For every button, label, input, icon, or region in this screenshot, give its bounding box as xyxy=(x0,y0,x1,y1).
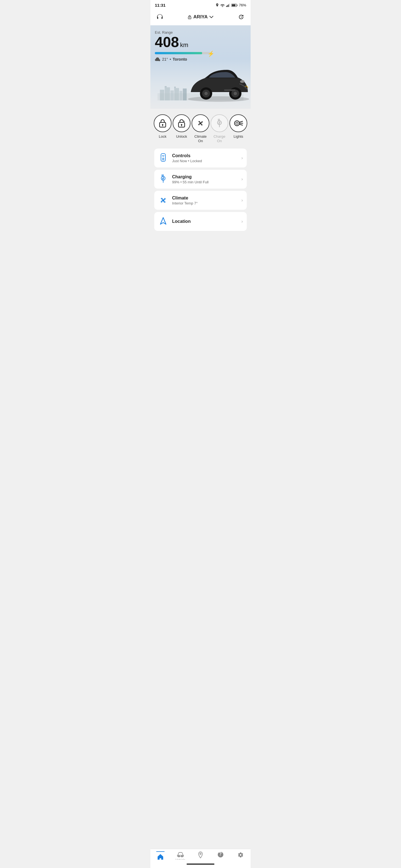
headset-button[interactable] xyxy=(155,12,165,22)
range-bar: ⚡ xyxy=(155,52,210,54)
headset-icon xyxy=(156,13,164,21)
location-status-icon xyxy=(216,3,219,7)
chevron-down-icon xyxy=(209,16,213,18)
svg-rect-2 xyxy=(228,4,229,7)
climate-card-subtitle: Interior Temp 7° xyxy=(172,201,237,205)
svg-rect-6 xyxy=(232,4,235,6)
svg-rect-43 xyxy=(162,158,164,159)
svg-line-38 xyxy=(240,121,242,122)
cards-section: Controls Just Now • Locked › Charging 99… xyxy=(150,146,251,234)
wifi-icon xyxy=(220,4,225,7)
history-icon xyxy=(237,13,245,21)
header: ARIYA xyxy=(150,9,251,25)
unlock-circle xyxy=(173,114,191,132)
unlock-label: Unlock xyxy=(176,134,187,139)
vehicle-name: ARIYA xyxy=(193,14,207,20)
unlock-icon xyxy=(177,119,186,128)
climate-button[interactable]: ClimateOn xyxy=(192,114,209,143)
lights-button[interactable]: Lights xyxy=(229,114,247,139)
climate-label: ClimateOn xyxy=(194,134,207,143)
battery-percent: 76% xyxy=(239,3,246,7)
lock-button[interactable]: Lock xyxy=(154,114,172,139)
svg-rect-1 xyxy=(227,5,228,7)
climate-card-title: Climate xyxy=(172,195,237,200)
svg-point-42 xyxy=(163,156,164,157)
climate-card-icon xyxy=(158,195,168,205)
location-card[interactable]: Location › xyxy=(154,212,247,231)
climate-card-chevron: › xyxy=(241,198,243,203)
svg-rect-3 xyxy=(229,4,230,7)
history-button[interactable] xyxy=(236,12,246,22)
svg-point-31 xyxy=(181,124,182,125)
charging-icon xyxy=(159,174,167,184)
fan-icon xyxy=(196,119,205,128)
lights-icon xyxy=(234,119,243,127)
location-card-chevron: › xyxy=(241,219,243,224)
svg-rect-44 xyxy=(162,159,164,160)
svg-rect-16 xyxy=(165,86,167,87)
lights-label: Lights xyxy=(234,134,244,139)
lock-circle xyxy=(154,114,172,132)
battery-icon xyxy=(231,4,237,7)
svg-rect-13 xyxy=(174,88,179,100)
lock-small-icon xyxy=(188,15,192,19)
climate-card[interactable]: Climate Interior Temp 7° › xyxy=(154,191,247,210)
cloud-icon xyxy=(155,57,161,61)
charging-card-title: Charging xyxy=(172,175,237,180)
svg-point-47 xyxy=(162,199,164,202)
controls-card[interactable]: Controls Just Now • Locked › xyxy=(154,149,247,167)
svg-point-25 xyxy=(240,80,245,83)
car-image xyxy=(185,61,251,106)
lights-circle xyxy=(229,114,247,132)
status-icons: 76% xyxy=(216,3,246,7)
controls-row: Lock Unlock ClimateOn xyxy=(150,109,251,146)
svg-point-37 xyxy=(236,122,238,124)
status-bar: 11:31 76% xyxy=(150,0,251,9)
weather-row: 21° • Toronto xyxy=(155,57,246,61)
controls-card-icon xyxy=(158,153,168,163)
temperature: 21° xyxy=(162,57,168,61)
unlock-button[interactable]: Unlock xyxy=(173,114,191,139)
climate-card-text: Climate Interior Temp 7° xyxy=(172,195,237,205)
climate-circle xyxy=(192,114,209,132)
svg-rect-17 xyxy=(174,87,176,88)
svg-rect-5 xyxy=(237,4,237,6)
svg-point-21 xyxy=(204,92,208,95)
svg-rect-0 xyxy=(226,6,227,7)
charging-card-icon xyxy=(158,174,168,184)
signal-icon xyxy=(226,4,230,7)
remote-icon xyxy=(159,153,168,163)
svg-rect-11 xyxy=(165,87,170,100)
climate-icon xyxy=(159,195,168,205)
svg-rect-14 xyxy=(180,91,182,100)
controls-card-title: Controls xyxy=(172,153,237,158)
range-display: 408km xyxy=(155,35,246,49)
svg-rect-26 xyxy=(224,89,235,91)
svg-point-24 xyxy=(234,92,237,95)
controls-card-subtitle: Just Now • Locked xyxy=(172,159,237,163)
location-nav-icon xyxy=(159,216,168,226)
location-card-icon xyxy=(158,216,168,226)
svg-rect-41 xyxy=(161,154,165,161)
svg-point-28 xyxy=(162,124,164,125)
lightning-icon: ⚡ xyxy=(207,50,214,57)
charge-icon xyxy=(216,119,223,128)
svg-point-36 xyxy=(234,121,239,126)
controls-card-chevron: › xyxy=(241,156,243,160)
svg-point-8 xyxy=(189,18,190,18)
city: Toronto xyxy=(173,57,187,61)
location-card-title: Location xyxy=(172,219,237,224)
svg-line-40 xyxy=(240,124,242,125)
charging-card[interactable]: Charging 99% • 55 min Until Full › xyxy=(154,170,247,189)
range-bar-fill xyxy=(155,52,202,54)
charging-card-chevron: › xyxy=(241,177,243,182)
svg-rect-10 xyxy=(160,90,164,100)
vehicle-selector[interactable]: ARIYA xyxy=(188,14,213,20)
charge-button[interactable]: ChargeOn xyxy=(210,114,228,143)
svg-rect-12 xyxy=(170,90,174,100)
charge-label: ChargeOn xyxy=(213,134,226,143)
hero-section: Est. Range 408km ⚡ 21° • Toronto xyxy=(150,25,251,109)
charging-card-text: Charging 99% • 55 min Until Full xyxy=(172,175,237,184)
charging-card-subtitle: 99% • 55 min Until Full xyxy=(172,180,237,184)
location-card-text: Location xyxy=(172,219,237,224)
